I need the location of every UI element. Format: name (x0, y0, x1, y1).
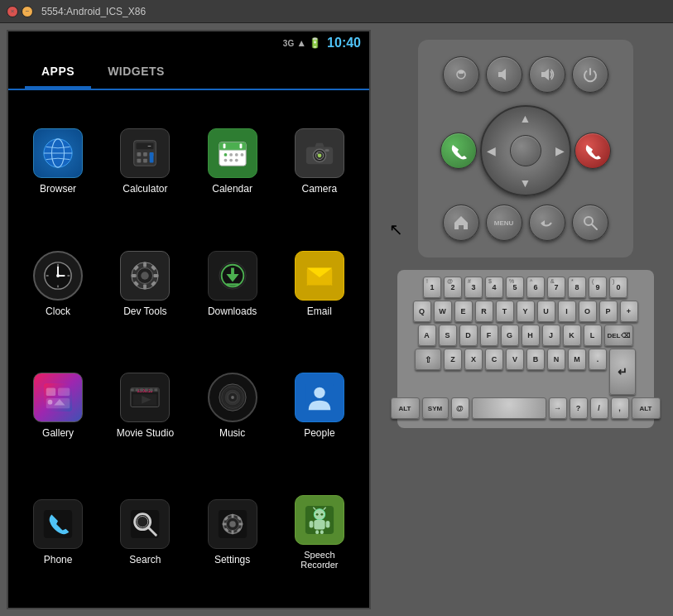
moviestudio-label: Movie Studio (117, 427, 174, 439)
power-button[interactable] (572, 56, 608, 93)
key-v[interactable]: V (506, 349, 524, 370)
key-del[interactable]: DEL⌫ (604, 325, 633, 346)
calendar-icon (208, 128, 257, 178)
phone-emulator: 3G ▲ 🔋 10:40 APPS WIDGETS (7, 30, 371, 609)
key-c[interactable]: C (485, 349, 503, 370)
key-z[interactable]: Z (444, 349, 462, 370)
svg-rect-9 (137, 159, 142, 163)
key-h[interactable]: H (522, 325, 540, 346)
back-button[interactable] (529, 205, 565, 241)
close-button[interactable]: × (7, 6, 18, 17)
camera-label: Camera (302, 183, 338, 195)
key-g[interactable]: G (501, 325, 519, 346)
calculator-icon: − (120, 128, 170, 178)
key-m[interactable]: M (568, 349, 586, 370)
key-2[interactable]: @2 (444, 277, 462, 298)
app-email[interactable]: Email (278, 225, 361, 344)
key-t[interactable]: T (496, 301, 514, 322)
key-7[interactable]: &7 (547, 277, 565, 298)
key-u[interactable]: U (537, 301, 555, 322)
key-8[interactable]: *8 (568, 277, 586, 298)
key-4[interactable]: $4 (485, 277, 503, 298)
app-search[interactable]: Search (103, 469, 186, 596)
app-phone[interactable]: Phone (17, 469, 99, 596)
tab-apps[interactable]: APPS (25, 55, 91, 89)
app-moviestudio[interactable]: 03:06:20 Movie Studio (103, 347, 186, 465)
key-plus[interactable]: + (620, 301, 638, 322)
app-people[interactable]: People (278, 347, 361, 465)
key-9[interactable]: (9 (589, 277, 607, 298)
key-j[interactable]: J (542, 325, 560, 346)
key-p[interactable]: P (599, 301, 618, 322)
key-q[interactable]: Q (413, 301, 431, 322)
key-k[interactable]: K (563, 325, 581, 346)
key-5[interactable]: %5 (506, 277, 524, 298)
volume-up-button[interactable] (529, 56, 565, 93)
key-3[interactable]: #3 (464, 277, 483, 298)
window-controls[interactable]: × − (7, 6, 33, 17)
call-reject-button[interactable] (574, 132, 611, 169)
svg-rect-45 (132, 274, 137, 277)
tab-widgets[interactable]: WIDGETS (91, 55, 181, 89)
key-0[interactable]: )0 (609, 277, 627, 298)
svg-point-109 (316, 513, 319, 516)
dpad-center-button[interactable] (510, 135, 541, 166)
key-x[interactable]: X (464, 349, 483, 370)
key-alt-left[interactable]: ALT (391, 397, 420, 419)
search-ctrl-button[interactable] (572, 205, 608, 241)
key-d[interactable]: D (459, 325, 478, 346)
app-browser[interactable]: Browser (17, 103, 99, 221)
volume-down-button[interactable] (486, 56, 522, 93)
key-comma[interactable]: , (611, 397, 629, 419)
svg-rect-70 (136, 389, 139, 392)
key-r[interactable]: R (475, 301, 493, 322)
app-calculator[interactable]: − Calculator (103, 103, 186, 221)
key-at[interactable]: @ (451, 397, 469, 419)
key-a[interactable]: A (418, 325, 436, 346)
key-sym[interactable]: SYM (422, 397, 449, 419)
phone-icon (33, 499, 83, 549)
key-w[interactable]: W (434, 301, 452, 322)
key-6[interactable]: ^6 (526, 277, 545, 298)
dl-svg (217, 260, 248, 291)
key-enter[interactable]: ↵ (609, 349, 636, 395)
key-n[interactable]: N (547, 349, 565, 370)
home-button[interactable] (443, 205, 479, 241)
app-devtools[interactable]: Dev Tools (103, 225, 186, 344)
key-l[interactable]: L (584, 325, 602, 346)
key-y[interactable]: Y (517, 301, 535, 322)
dpad-ring[interactable]: ▲ ▼ ◀ ▶ (480, 105, 571, 196)
title-bar: × − 5554:Android_ICS_X86 (0, 0, 673, 23)
key-e[interactable]: E (454, 301, 473, 322)
key-s[interactable]: S (439, 325, 457, 346)
app-calendar[interactable]: Calendar (191, 103, 274, 221)
menu-button[interactable]: MENU (486, 205, 522, 241)
key-space[interactable] (472, 397, 546, 419)
key-b[interactable]: B (526, 349, 545, 370)
app-clock[interactable]: Clock (17, 225, 99, 344)
app-gallery[interactable]: Gallery (17, 347, 99, 465)
key-dot[interactable]: . (589, 349, 607, 370)
camera-ctrl-button[interactable] (443, 56, 479, 93)
app-settings[interactable]: Settings (191, 469, 274, 596)
key-shift[interactable]: ⇧ (415, 349, 441, 370)
key-f[interactable]: F (480, 325, 498, 346)
key-row-numbers: !1 @2 #3 $4 %5 ^6 &7 *8 (9 )0 (402, 277, 649, 298)
key-1[interactable]: !1 (423, 277, 441, 298)
speech-svg (304, 504, 335, 536)
svg-point-24 (234, 159, 238, 162)
key-arrow-right[interactable]: → (549, 397, 567, 419)
key-alt-right[interactable]: ALT (632, 397, 661, 419)
key-question[interactable]: ? (570, 397, 588, 419)
app-downloads[interactable]: Downloads (191, 225, 274, 344)
key-slash[interactable]: / (590, 397, 608, 419)
app-camera[interactable]: Camera (278, 103, 361, 221)
dev-svg (129, 260, 161, 291)
key-o[interactable]: O (579, 301, 597, 322)
app-music[interactable]: Music (191, 347, 274, 465)
minimize-button[interactable]: − (22, 6, 33, 17)
call-accept-button[interactable] (440, 132, 477, 169)
key-i[interactable]: I (558, 301, 576, 322)
dpad-down-icon: ▼ (520, 176, 531, 190)
app-speechrecorder[interactable]: SpeechRecorder (278, 469, 361, 596)
